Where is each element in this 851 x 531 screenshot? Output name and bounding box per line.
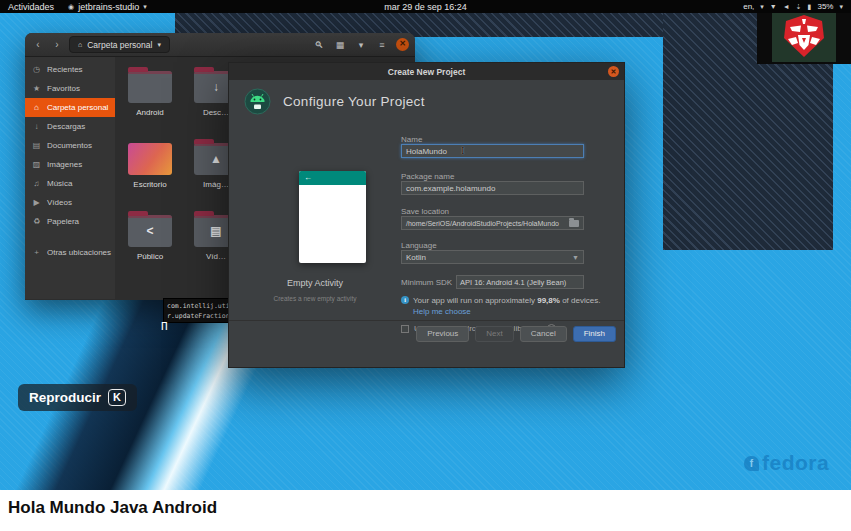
app-menu[interactable]: ◉ jetbrains-studio ▾ (68, 2, 147, 12)
home-icon: ⌂ (32, 103, 41, 112)
sidebar-item-musica[interactable]: ♫ Música (25, 174, 115, 193)
status-tray[interactable]: en, ▾ ▼ ◄ ⇣ ▮ 35% ▾ (743, 2, 843, 11)
folder-share-icon: < (128, 215, 172, 247)
package-input[interactable]: com.example.holamundo (401, 181, 584, 195)
create-new-project-dialog: Create New Project ✕ Configure Your Proj… (228, 62, 625, 368)
save-location-label: Save location (401, 207, 449, 216)
sidebar-item-label: Otras ubicaciones (47, 248, 111, 257)
package-value: com.example.holamundo (406, 184, 495, 193)
dialog-header: Configure Your Project (229, 80, 624, 123)
sidebar-item-label: Documentos (47, 141, 92, 150)
sidebar-item-otras-ubicaciones[interactable]: + Otras ubicaciones (25, 243, 115, 262)
name-value: HolaMundo (406, 147, 447, 156)
sidebar-item-favoritos[interactable]: ★ Favoritos (25, 79, 115, 98)
home-icon: ⌂ (78, 41, 82, 48)
sidebar-item-imagenes[interactable]: ▨ Imágenes (25, 155, 115, 174)
info-icon: i (401, 296, 409, 304)
sdk-info-row: i Your app will run on approximately 99,… (401, 296, 601, 305)
previous-button[interactable]: Previous (416, 326, 469, 342)
folder-label: Android (117, 108, 183, 117)
close-icon[interactable]: ✕ (608, 66, 619, 77)
minimum-sdk-select[interactable]: API 16: Android 4.1 (Jelly Bean) (456, 275, 584, 289)
language-select[interactable]: Kotlin ▼ (401, 250, 584, 264)
next-button[interactable]: Next (475, 326, 513, 342)
music-icon: ♫ (32, 179, 41, 188)
keycap-k: K (108, 389, 126, 406)
document-icon: ▤ (32, 141, 41, 150)
sidebar-item-label: Papelera (47, 217, 79, 226)
fedora-logo-icon: f (744, 456, 759, 471)
plus-icon: + (32, 248, 41, 257)
dialog-button-bar: Previous Next Cancel Finish (229, 320, 624, 346)
stacktrace-tooltip: com.intellij.util r.updateFraction( (163, 298, 229, 323)
clock[interactable]: mar 29 de sep 16:24 (384, 2, 467, 12)
video-player[interactable]: Actividades ◉ jetbrains-studio ▾ mar 29 … (0, 0, 851, 490)
name-input[interactable]: HolaMundo I (401, 144, 584, 158)
save-location-value: /home/SeriOS/AndroidStudioProjects/HolaM… (406, 220, 559, 227)
fedora-watermark: f fedora (744, 451, 829, 475)
chevron-down-icon: ▼ (572, 254, 579, 261)
browse-folder-icon[interactable] (569, 220, 579, 227)
back-button[interactable]: ‹ (31, 39, 45, 50)
search-icon[interactable]: 🔍︎ (312, 40, 326, 50)
folder-label: Público (117, 252, 183, 261)
cancel-button[interactable]: Cancel (520, 326, 567, 342)
star-icon: ★ (32, 84, 41, 93)
view-toggle-icon[interactable]: ▦ (333, 40, 347, 50)
sidebar-item-label: Vídeos (47, 198, 72, 207)
activities-button[interactable]: Actividades (8, 2, 54, 12)
keyboard-layout[interactable]: en, (743, 2, 754, 11)
activity-template-preview[interactable]: ← (299, 171, 366, 263)
finish-button[interactable]: Finish (573, 326, 616, 342)
ibeam-cursor: I (461, 146, 465, 156)
forward-button[interactable]: › (50, 39, 64, 50)
dialog-titlebar[interactable]: Create New Project ✕ (229, 63, 624, 80)
chevron-down-icon: ▾ (839, 3, 843, 11)
sidebar-item-videos[interactable]: ▶ Vídeos (25, 193, 115, 212)
text-caret: Π (161, 320, 168, 333)
volume-icon: ◄ (783, 3, 790, 10)
sidebar-item-documentos[interactable]: ▤ Documentos (25, 136, 115, 155)
dialog-heading: Configure Your Project (283, 94, 425, 109)
file-manager-headerbar: ‹ › ⌂ Carpeta personal ▾ 🔍︎ ▦ ▾ ≡ ✕ (25, 33, 415, 57)
sidebar-item-label: Carpeta personal (47, 103, 108, 112)
video-title: Hola Mundo Java Android (8, 498, 217, 518)
chevron-down-icon: ▾ (760, 3, 764, 11)
package-label: Package name (401, 172, 454, 181)
download-icon: ↓ (32, 122, 41, 131)
file-manager-sidebar: ◷ Recientes ★ Favoritos ⌂ Carpeta person… (25, 57, 115, 299)
minimum-sdk-value: API 16: Android 4.1 (Jelly Bean) (460, 278, 566, 287)
path-label: Carpeta personal (87, 40, 152, 50)
trash-icon: ♻ (32, 217, 41, 226)
menu-icon[interactable]: ≡ (375, 40, 389, 50)
folder-publico[interactable]: < Público (117, 211, 183, 283)
template-name: Empty Activity (229, 278, 401, 288)
save-location-input[interactable]: /home/SeriOS/AndroidStudioProjects/HolaM… (401, 216, 584, 230)
close-icon[interactable]: ✕ (396, 38, 409, 51)
folder-android[interactable]: Android (117, 67, 183, 139)
language-value: Kotlin (406, 253, 426, 262)
dialog-title: Create New Project (388, 67, 465, 77)
sidebar-item-descargas[interactable]: ↓ Descargas (25, 117, 115, 136)
wifi-icon: ▼ (770, 3, 777, 10)
sidebar-item-carpeta-personal[interactable]: ⌂ Carpeta personal (25, 98, 115, 117)
chevron-down-icon: ▾ (157, 41, 161, 49)
folder-escritorio[interactable]: Escritorio (117, 139, 183, 211)
play-tooltip-label: Reproducir (29, 390, 101, 405)
app-menu-label: jetbrains-studio (78, 2, 139, 12)
watermark-text: fedora (762, 451, 829, 475)
folder-icon (128, 71, 172, 103)
project-form: Name HolaMundo I Package name com.exampl… (401, 135, 584, 345)
sidebar-item-recientes[interactable]: ◷ Recientes (25, 60, 115, 79)
sidebar-item-papelera[interactable]: ♻ Papelera (25, 212, 115, 231)
template-description: Creates a new empty activity (229, 295, 401, 302)
minimum-sdk-label: Minimum SDK (401, 278, 456, 287)
help-me-choose-link[interactable]: Help me choose (413, 307, 471, 316)
webcam-overlay (757, 8, 851, 64)
back-arrow-icon: ← (304, 173, 312, 182)
name-label: Name (401, 135, 422, 144)
app-icon: ◉ (68, 3, 74, 11)
sidebar-item-label: Recientes (47, 65, 83, 74)
chevron-down-icon[interactable]: ▾ (354, 40, 368, 50)
path-bar[interactable]: ⌂ Carpeta personal ▾ (69, 36, 170, 53)
